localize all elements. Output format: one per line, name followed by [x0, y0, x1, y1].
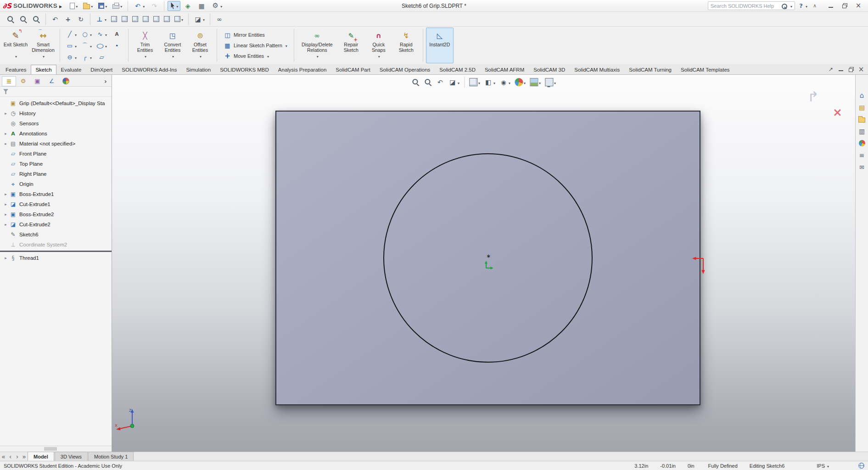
ribbon-tab[interactable]: Simulation	[181, 65, 215, 74]
hud-tool-button[interactable]	[543, 77, 558, 88]
dropdown-caret-icon[interactable]	[142, 2, 145, 9]
tree-item[interactable]: Right Plane	[0, 169, 112, 179]
dropdown-caret-icon[interactable]	[74, 31, 77, 38]
view-tool-button[interactable]	[173, 13, 185, 25]
dropdown-caret-icon[interactable]	[523, 79, 526, 86]
ribbon-tab[interactable]: DimXpert	[86, 65, 117, 74]
tree-item[interactable]: Boss-Extrude1	[0, 189, 112, 199]
ribbon-button[interactable]: Display/Delete Relations	[297, 28, 337, 63]
expand-arrow-icon[interactable]	[3, 242, 9, 247]
ribbon-button[interactable]: Rapid Sketch	[392, 28, 420, 63]
ribbon-tab[interactable]: SolidCAM Part	[331, 65, 375, 74]
dropdown-caret-icon[interactable]	[14, 53, 17, 59]
toolbar-button[interactable]	[168, 1, 180, 11]
hud-tool-button[interactable]	[528, 77, 543, 88]
dropdown-caret-icon[interactable]	[285, 43, 287, 48]
document-tab[interactable]: Model	[28, 452, 54, 461]
dropdown-caret-icon[interactable]	[89, 42, 92, 49]
task-pane-tab[interactable]	[857, 150, 868, 160]
dropdown-caret-icon[interactable]	[180, 16, 183, 22]
solidworks-logo[interactable]: SOLIDWORKS	[3, 2, 62, 10]
toolbar-button[interactable]	[195, 1, 208, 11]
flyout-arrow-icon[interactable]	[59, 3, 62, 9]
expand-arrow-icon[interactable]	[3, 141, 9, 146]
ribbon-tab[interactable]: Features	[1, 65, 31, 74]
dropdown-caret-icon[interactable]	[538, 79, 541, 86]
expand-arrow-icon[interactable]	[3, 162, 9, 166]
ribbon-tab[interactable]: SolidCAM Templates	[676, 65, 734, 74]
exit-sketch-button[interactable]: Exit Sketch	[2, 28, 29, 63]
smart-dimension-button[interactable]: Smart Dimension	[29, 28, 57, 63]
ribbon-tab[interactable]: SOLIDWORKS MBD	[215, 65, 274, 74]
filter-funnel-icon[interactable]	[3, 89, 8, 94]
tree-item[interactable]	[0, 251, 112, 252]
dropdown-caret-icon[interactable]	[553, 79, 556, 86]
dropdown-caret-icon[interactable]	[199, 53, 202, 59]
hud-tool-button[interactable]	[498, 77, 512, 88]
globe-icon[interactable]	[858, 463, 864, 469]
ribbon-tab[interactable]: SOLIDWORKS Add-Ins	[117, 65, 181, 74]
tree-item[interactable]: Front Plane	[0, 149, 112, 159]
ribbon-tab[interactable]: Sketch	[31, 65, 56, 74]
tree-item[interactable]: Grip (Default<<Default>_Display Sta	[0, 98, 112, 108]
view-tool-button[interactable]	[5, 13, 17, 25]
doc-window-button[interactable]	[826, 65, 835, 73]
view-tool-button[interactable]	[210, 13, 210, 25]
hud-tool-button[interactable]	[464, 77, 465, 88]
ribbon-button[interactable]: Convert Entities	[159, 28, 186, 63]
sketch-tool-button[interactable]	[109, 28, 124, 40]
view-tool-button[interactable]	[162, 13, 172, 25]
sketch-tool-button[interactable]	[64, 28, 79, 40]
tree-item[interactable]: Annotations	[0, 129, 112, 139]
task-pane-tab[interactable]	[857, 138, 868, 148]
ribbon-button[interactable]: Quick Snaps	[365, 28, 392, 63]
dropdown-caret-icon[interactable]	[104, 16, 106, 22]
dropdown-caret-icon[interactable]	[42, 53, 45, 59]
dropdown-caret-icon[interactable]	[377, 53, 380, 59]
expand-arrow-icon[interactable]	[3, 192, 9, 196]
part-face[interactable]	[275, 111, 700, 405]
dropdown-caret-icon[interactable]	[477, 79, 480, 86]
sketch-tool-button[interactable]	[79, 51, 94, 63]
search-dropdown-caret-icon[interactable]	[790, 3, 792, 9]
collapse-button[interactable]	[810, 1, 820, 11]
tab-nav-button[interactable]	[7, 452, 14, 461]
graphics-viewport[interactable]: Z X	[112, 75, 855, 452]
expand-arrow-icon[interactable]	[3, 256, 9, 260]
tree-item[interactable]: Coordinate System2	[0, 240, 112, 250]
toolbar-button[interactable]	[96, 1, 109, 11]
tree-item[interactable]: History	[0, 108, 112, 118]
dropdown-caret-icon[interactable]	[171, 53, 174, 59]
sketch-tool-button[interactable]	[64, 40, 79, 51]
toolbar-button[interactable]	[209, 1, 224, 11]
expand-arrow-icon[interactable]	[3, 232, 9, 237]
panel-tab[interactable]	[16, 76, 30, 86]
toolbar-button[interactable]	[164, 1, 164, 11]
view-tool-button[interactable]	[192, 13, 207, 25]
ribbon-tab[interactable]: Analysis Preparation	[274, 65, 331, 74]
window-close-button[interactable]	[851, 1, 865, 11]
dropdown-caret-icon[interactable]	[104, 31, 107, 38]
view-tool-button[interactable]	[30, 13, 42, 25]
doc-window-button[interactable]	[857, 65, 866, 73]
task-pane-tab[interactable]	[857, 90, 868, 101]
view-tool-button[interactable]	[90, 13, 90, 25]
dropdown-caret-icon[interactable]	[493, 79, 495, 86]
dropdown-caret-icon[interactable]	[144, 53, 146, 59]
view-tool-button[interactable]	[120, 13, 129, 25]
panel-tab[interactable]	[45, 76, 59, 86]
expand-arrow-icon[interactable]	[3, 202, 9, 207]
dropdown-caret-icon[interactable]	[202, 16, 205, 22]
view-tool-button[interactable]	[151, 13, 161, 25]
dropdown-caret-icon[interactable]	[508, 79, 510, 86]
tab-nav-button[interactable]	[0, 452, 7, 461]
origin-marker[interactable]	[483, 259, 495, 271]
dropdown-caret-icon[interactable]	[90, 2, 93, 9]
confirm-exit-sketch-icon[interactable]	[807, 89, 819, 105]
view-tool-button[interactable]	[188, 13, 189, 25]
sketch-tool-button[interactable]	[94, 51, 109, 63]
doc-window-button[interactable]	[836, 65, 846, 73]
dropdown-caret-icon[interactable]	[104, 2, 107, 9]
sketch-tool-button[interactable]	[94, 40, 109, 51]
dropdown-caret-icon[interactable]	[104, 42, 107, 49]
